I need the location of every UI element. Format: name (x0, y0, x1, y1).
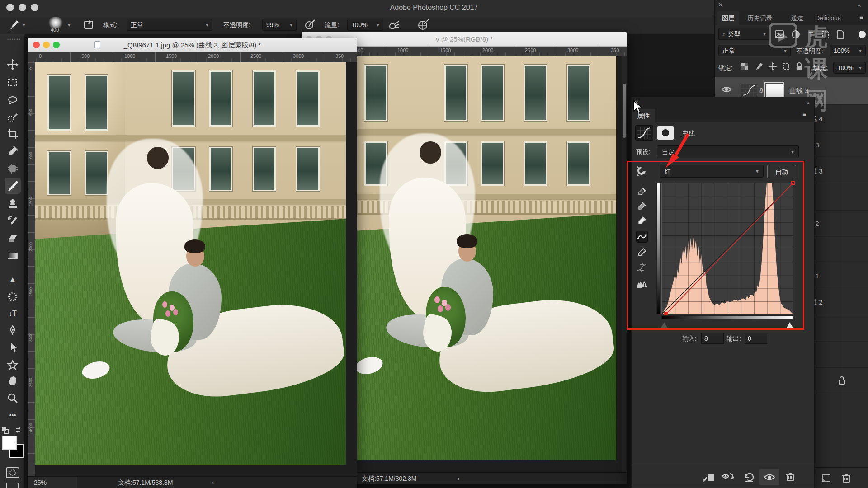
quick-mask-icon[interactable] (6, 467, 19, 478)
hand-tool[interactable] (6, 375, 19, 388)
doc1-status-chevron[interactable]: › (212, 477, 214, 488)
curve-highlight-point[interactable] (791, 181, 795, 185)
mask-properties-icon[interactable] (657, 126, 674, 140)
input-value-field[interactable]: 8 (701, 333, 724, 344)
channel-dropdown[interactable]: 红 ▾ (660, 165, 764, 178)
tab-properties[interactable]: 属性 (632, 109, 655, 122)
visibility-eye-icon[interactable] (721, 86, 732, 93)
clip-to-layer-icon[interactable] (703, 472, 715, 483)
properties-menu-icon[interactable]: ≡ (802, 111, 806, 118)
white-point-eyedropper-icon[interactable] (636, 215, 648, 226)
toolbar-grip[interactable]: •••••• (7, 37, 21, 42)
mode-dropdown[interactable]: 正常 ▾ (127, 19, 212, 31)
view-previous-state-icon[interactable] (722, 472, 736, 481)
airbrush-icon[interactable] (388, 19, 401, 31)
blur-tool[interactable]: ▲ (6, 273, 19, 286)
shadow-input-slider[interactable] (660, 322, 668, 328)
layer-mask-thumbnail[interactable] (766, 84, 783, 97)
lock-row: 锁定: 填充: 100% ▾ (715, 61, 868, 76)
tool-preset-brush-icon[interactable] (8, 19, 21, 31)
bride-hair (420, 141, 441, 164)
type-tool[interactable]: ↓T (6, 307, 19, 320)
lock-transparency-icon[interactable] (740, 62, 749, 71)
toggle-visibility-box[interactable] (760, 469, 779, 485)
eraser-tool[interactable] (6, 232, 19, 245)
clone-stamp-tool[interactable] (6, 197, 19, 211)
custom-shape-tool[interactable] (6, 358, 19, 372)
swap-colors-icon[interactable] (14, 426, 23, 434)
sponge-tool[interactable] (6, 290, 19, 304)
lock-pixels-icon[interactable] (755, 62, 764, 71)
toggle-brush-panel-icon[interactable] (82, 19, 95, 31)
zoom-tool[interactable] (6, 391, 19, 405)
pressure-size-icon[interactable] (417, 19, 429, 31)
mask-link-icon[interactable]: 8 (760, 86, 763, 94)
fill-dropdown[interactable]: 100% ▾ (833, 62, 866, 74)
doc1-canvas[interactable]: 0 500 1000 1500 2000 2500 3000 3500 4000 (28, 62, 357, 476)
move-tool[interactable] (6, 58, 19, 71)
filter-toggle-icon[interactable] (859, 31, 866, 38)
lock-artboard-icon[interactable] (782, 62, 791, 71)
highlight-input-slider[interactable] (786, 322, 793, 328)
history-brush-tool[interactable] (6, 214, 19, 228)
doc2-scrollbar-thumb[interactable] (623, 84, 626, 138)
smooth-curve-icon[interactable] (636, 262, 648, 273)
pressure-opacity-icon[interactable] (304, 19, 316, 31)
preset-dropdown[interactable]: 自定 ▾ (657, 145, 799, 158)
layer-filter-dropdown[interactable]: ⌕ 类型 ▾ (718, 28, 770, 40)
screen-mode-icon[interactable] (6, 483, 19, 488)
flow-dropdown[interactable]: 100% ▾ (347, 19, 383, 31)
building-window (296, 147, 320, 191)
gradient-tool[interactable] (6, 249, 19, 263)
filter-smart-objects-icon[interactable] (834, 29, 846, 40)
targeted-adjustment-icon[interactable] (635, 165, 648, 178)
pencil-draw-curve-icon[interactable] (636, 246, 648, 258)
gray-point-eyedropper-icon[interactable] (636, 200, 648, 212)
quick-select-tool[interactable] (6, 111, 19, 124)
tool-palette: •••••• ▲ ↓T (0, 34, 25, 488)
curves-adjustment-icon[interactable] (635, 125, 653, 141)
marquee-tool[interactable] (6, 76, 19, 89)
tool-preset-chevron[interactable]: ▾ (23, 15, 25, 34)
panel-menu-icon[interactable]: ≡ (859, 14, 863, 21)
patch-tool[interactable] (6, 162, 19, 175)
clipping-warning-icon[interactable] (636, 278, 648, 290)
building-window (85, 75, 108, 131)
lock-position-icon[interactable] (768, 62, 777, 71)
brush-picker-chevron[interactable]: ▾ (68, 15, 71, 34)
path-select-tool[interactable] (6, 341, 19, 354)
lasso-tool[interactable] (6, 94, 19, 107)
black-point-eyedropper-icon[interactable] (636, 186, 648, 197)
curves-adjustment-thumbnail[interactable] (741, 84, 757, 97)
doc2-status-chevron[interactable]: › (458, 473, 460, 484)
default-colors-icon[interactable] (2, 427, 10, 434)
pen-tool[interactable] (6, 324, 19, 337)
edit-points-icon[interactable] (636, 231, 648, 243)
brush-tool[interactable] (6, 179, 19, 192)
auto-button[interactable]: 自动 (767, 165, 796, 178)
document-window-1[interactable]: _Q8I9671 1.jpg @ 25% (曲线 3, 图层蒙版/8) * 0 … (28, 38, 357, 488)
tab-layers[interactable]: 图层 (717, 11, 739, 25)
foreground-color-swatch[interactable] (2, 436, 17, 450)
crop-tool[interactable] (6, 127, 19, 141)
properties-collapse-icon[interactable]: « (806, 99, 809, 106)
more-tools-icon[interactable]: ••• (6, 408, 19, 422)
doc1-zoom-readout[interactable]: 25% (28, 477, 77, 488)
curves-grid[interactable] (661, 183, 793, 314)
panel-close-icon[interactable]: × (718, 1, 722, 9)
reset-adjustment-icon[interactable] (744, 472, 755, 483)
output-value-field[interactable]: 0 (745, 333, 767, 344)
new-layer-icon[interactable] (821, 473, 831, 483)
properties-close-icon[interactable]: × (634, 99, 638, 107)
eyedropper-tool[interactable] (6, 145, 19, 158)
lock-label: 锁定: (718, 64, 733, 72)
building-window (524, 141, 547, 186)
doc2-scrollbar[interactable] (622, 56, 627, 472)
delete-adjustment-icon[interactable] (785, 471, 795, 482)
opacity-dropdown[interactable]: 99% ▾ (262, 19, 297, 31)
panel-collapse-icon[interactable]: « (858, 2, 861, 9)
lock-all-icon[interactable] (795, 62, 803, 71)
delete-layer-icon[interactable] (841, 473, 851, 483)
doc1-titlebar[interactable]: _Q8I9671 1.jpg @ 25% (曲线 3, 图层蒙版/8) * (28, 38, 357, 52)
layer-opacity-dropdown[interactable]: 100% ▾ (830, 45, 866, 56)
